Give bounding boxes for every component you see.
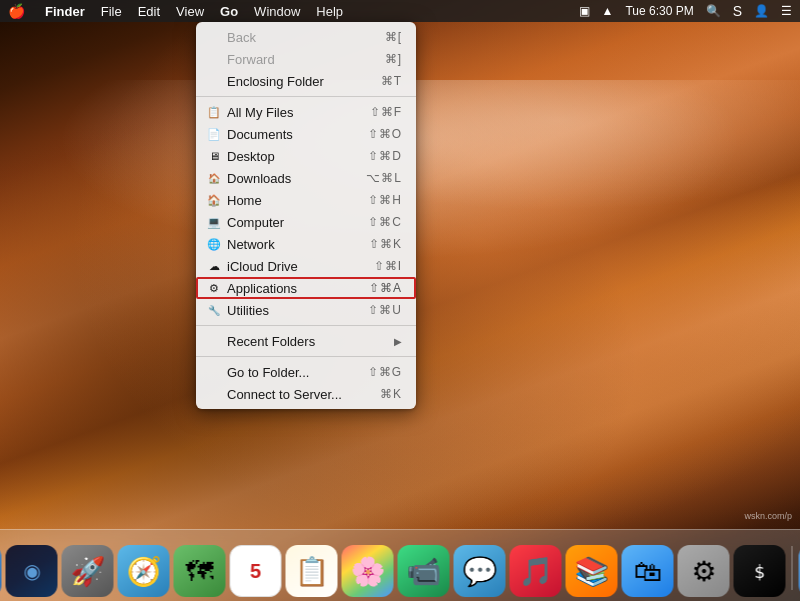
connect-label: Connect to Server... bbox=[227, 387, 342, 402]
music-icon: 🎵 bbox=[518, 555, 553, 588]
network-icon: 🌐 bbox=[206, 236, 222, 252]
menu-item-home-left: 🏠 Home bbox=[206, 192, 262, 208]
menu-item-computer[interactable]: 💻 Computer ⇧⌘C bbox=[196, 211, 416, 233]
dock-item-launchpad[interactable]: 🚀 bbox=[62, 545, 114, 597]
reminders-icon: 📋 bbox=[294, 555, 329, 588]
wifi-icon: ▲ bbox=[602, 4, 614, 18]
goto-folder-icon bbox=[206, 364, 222, 380]
recent-folders-icon bbox=[206, 333, 222, 349]
home-label: Home bbox=[227, 193, 262, 208]
menubar-window[interactable]: Window bbox=[254, 4, 300, 19]
enclosing-label: Enclosing Folder bbox=[227, 74, 324, 89]
menu-item-connect[interactable]: Connect to Server... ⌘K bbox=[196, 383, 416, 405]
messages-icon: 💬 bbox=[462, 555, 497, 588]
photos-icon: 🌸 bbox=[350, 555, 385, 588]
appstore-icon: 🛍 bbox=[634, 555, 662, 588]
menubar-finder[interactable]: Finder bbox=[45, 4, 85, 19]
icloud-shortcut: ⇧⌘I bbox=[374, 259, 402, 273]
menu-item-recent-folders[interactable]: Recent Folders bbox=[196, 330, 416, 352]
downloads-label: Downloads bbox=[227, 171, 291, 186]
dock-item-maps[interactable]: 🗺 bbox=[174, 545, 226, 597]
dock-item-terminal[interactable]: $ bbox=[734, 545, 786, 597]
calendar-icon: 5 bbox=[250, 560, 261, 583]
home-icon: 🏠 bbox=[206, 192, 222, 208]
recent-folders-label: Recent Folders bbox=[227, 334, 315, 349]
menu-item-network-left: 🌐 Network bbox=[206, 236, 275, 252]
separator-1 bbox=[196, 96, 416, 97]
menu-item-goto-folder[interactable]: Go to Folder... ⇧⌘G bbox=[196, 361, 416, 383]
menu-item-forward[interactable]: Forward ⌘] bbox=[196, 48, 416, 70]
launchpad-icon: 🚀 bbox=[70, 555, 105, 588]
menubar-file[interactable]: File bbox=[101, 4, 122, 19]
menu-item-applications[interactable]: ⚙ Applications ⇧⌘A bbox=[196, 277, 416, 299]
menubar-help[interactable]: Help bbox=[316, 4, 343, 19]
terminal-icon: $ bbox=[754, 561, 765, 582]
menubar-go[interactable]: Go bbox=[220, 4, 238, 19]
goto-folder-label: Go to Folder... bbox=[227, 365, 309, 380]
applications-shortcut: ⇧⌘A bbox=[369, 281, 402, 295]
utilities-shortcut: ⇧⌘U bbox=[368, 303, 402, 317]
documents-label: Documents bbox=[227, 127, 293, 142]
dock-item-photos[interactable]: 🌸 bbox=[342, 545, 394, 597]
apple-menu[interactable]: 🍎 bbox=[8, 3, 25, 19]
siri-icon: ◉ bbox=[23, 559, 40, 583]
desktop-shortcut: ⇧⌘D bbox=[368, 149, 402, 163]
enclosing-icon bbox=[206, 73, 222, 89]
menu-item-recent-folders-left: Recent Folders bbox=[206, 333, 315, 349]
settings-icon: ⚙ bbox=[691, 555, 716, 588]
dock-separator bbox=[792, 546, 793, 590]
menu-item-home[interactable]: 🏠 Home ⇧⌘H bbox=[196, 189, 416, 211]
applications-label: Applications bbox=[227, 281, 297, 296]
dock-item-settings[interactable]: ⚙ bbox=[678, 545, 730, 597]
search-icon[interactable]: 🔍 bbox=[706, 4, 721, 18]
computer-shortcut: ⇧⌘C bbox=[368, 215, 402, 229]
dock-item-books[interactable]: 📚 bbox=[566, 545, 618, 597]
home-shortcut: ⇧⌘H bbox=[368, 193, 402, 207]
dock-item-appstore[interactable]: 🛍 bbox=[622, 545, 674, 597]
books-icon: 📚 bbox=[574, 555, 609, 588]
applications-icon: ⚙ bbox=[206, 280, 222, 296]
menu-item-documents[interactable]: 📄 Documents ⇧⌘O bbox=[196, 123, 416, 145]
icloud-icon: ☁ bbox=[206, 258, 222, 274]
menu-item-all-my-files[interactable]: 📋 All My Files ⇧⌘F bbox=[196, 101, 416, 123]
user-icon[interactable]: 👤 bbox=[754, 4, 769, 18]
menubar-view[interactable]: View bbox=[176, 4, 204, 19]
menubar-left: 🍎 Finder File Edit View Go Window Help bbox=[8, 3, 343, 19]
utilities-label: Utilities bbox=[227, 303, 269, 318]
menu-item-forward-left: Forward bbox=[206, 51, 275, 67]
back-label: Back bbox=[227, 30, 256, 45]
menubar: 🍎 Finder File Edit View Go Window Help ▣… bbox=[0, 0, 800, 22]
siri-icon[interactable]: S bbox=[733, 3, 742, 19]
menu-item-downloads-left: 🏠 Downloads bbox=[206, 170, 291, 186]
desktop: 🍎 Finder File Edit View Go Window Help ▣… bbox=[0, 0, 800, 601]
documents-icon: 📄 bbox=[206, 126, 222, 142]
desktop-icon: 🖥 bbox=[206, 148, 222, 164]
menu-item-back[interactable]: Back ⌘[ bbox=[196, 26, 416, 48]
menu-item-goto-left: Go to Folder... bbox=[206, 364, 309, 380]
network-label: Network bbox=[227, 237, 275, 252]
menu-item-downloads[interactable]: 🏠 Downloads ⌥⌘L bbox=[196, 167, 416, 189]
safari-icon: 🧭 bbox=[126, 555, 161, 588]
menu-icon[interactable]: ☰ bbox=[781, 4, 792, 18]
facetime-icon: 📹 bbox=[406, 555, 441, 588]
menu-item-computer-left: 💻 Computer bbox=[206, 214, 284, 230]
menu-item-connect-left: Connect to Server... bbox=[206, 386, 342, 402]
forward-shortcut: ⌘] bbox=[385, 52, 402, 66]
dock-item-messages[interactable]: 💬 bbox=[454, 545, 506, 597]
menu-item-utilities[interactable]: 🔧 Utilities ⇧⌘U bbox=[196, 299, 416, 321]
dock-item-siri[interactable]: ◉ bbox=[6, 545, 58, 597]
dock-item-reminders[interactable]: 📋 bbox=[286, 545, 338, 597]
menu-item-desktop-left: 🖥 Desktop bbox=[206, 148, 275, 164]
menu-item-enclosing[interactable]: Enclosing Folder ⌘T bbox=[196, 70, 416, 92]
menu-item-applications-left: ⚙ Applications bbox=[206, 280, 297, 296]
dock-item-facetime[interactable]: 📹 bbox=[398, 545, 450, 597]
dock-item-music[interactable]: 🎵 bbox=[510, 545, 562, 597]
menu-item-desktop[interactable]: 🖥 Desktop ⇧⌘D bbox=[196, 145, 416, 167]
dock-item-finder[interactable]: 😊 bbox=[0, 545, 2, 597]
menu-item-network[interactable]: 🌐 Network ⇧⌘K bbox=[196, 233, 416, 255]
menu-item-documents-left: 📄 Documents bbox=[206, 126, 293, 142]
dock-item-safari[interactable]: 🧭 bbox=[118, 545, 170, 597]
menubar-edit[interactable]: Edit bbox=[138, 4, 160, 19]
menu-item-icloud[interactable]: ☁ iCloud Drive ⇧⌘I bbox=[196, 255, 416, 277]
dock-item-calendar[interactable]: 5 bbox=[230, 545, 282, 597]
